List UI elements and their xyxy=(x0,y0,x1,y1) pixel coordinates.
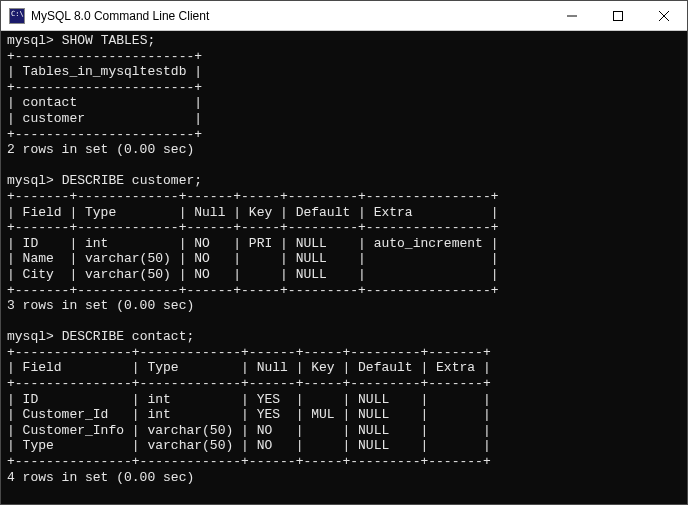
maximize-button[interactable] xyxy=(595,1,641,30)
table-border: +---------------+-------------+------+--… xyxy=(7,376,491,391)
status-line: 3 rows in set (0.00 sec) xyxy=(7,298,194,313)
table-row: | Customer_Info | varchar(50) | NO | | N… xyxy=(7,423,491,438)
table-header: | Tables_in_mysqltestdb | xyxy=(7,64,202,79)
prompt: mysql> xyxy=(7,173,54,188)
close-icon xyxy=(659,11,669,21)
close-button[interactable] xyxy=(641,1,687,30)
table-border: +-------+-------------+------+-----+----… xyxy=(7,189,498,204)
minimize-icon xyxy=(567,11,577,21)
window-controls xyxy=(549,1,687,30)
table-row: | contact | xyxy=(7,95,202,110)
maximize-icon xyxy=(613,11,623,21)
command-show-tables: SHOW TABLES; xyxy=(62,33,156,48)
app-window: MySQL 8.0 Command Line Client mysql> SHO… xyxy=(0,0,688,505)
terminal-output[interactable]: mysql> SHOW TABLES; +-------------------… xyxy=(1,31,687,504)
table-row: | ID | int | YES | | NULL | | xyxy=(7,392,491,407)
table-row: | Name | varchar(50) | NO | | NULL | | xyxy=(7,251,498,266)
prompt: mysql> xyxy=(7,329,54,344)
command-describe-customer: DESCRIBE customer; xyxy=(62,173,202,188)
table-row: | City | varchar(50) | NO | | NULL | | xyxy=(7,267,498,282)
table-border: +---------------+-------------+------+--… xyxy=(7,454,491,469)
window-title: MySQL 8.0 Command Line Client xyxy=(31,9,549,23)
status-line: 2 rows in set (0.00 sec) xyxy=(7,142,194,157)
command-describe-contact: DESCRIBE contact; xyxy=(62,329,195,344)
titlebar: MySQL 8.0 Command Line Client xyxy=(1,1,687,31)
table-row: | ID | int | NO | PRI | NULL | auto_incr… xyxy=(7,236,498,251)
app-icon xyxy=(9,8,25,24)
table-row: | customer | xyxy=(7,111,202,126)
table-border: +-----------------------+ xyxy=(7,49,202,64)
table-border: +-----------------------+ xyxy=(7,127,202,142)
status-line: 4 rows in set (0.00 sec) xyxy=(7,470,194,485)
table-row: | Customer_Id | int | YES | MUL | NULL |… xyxy=(7,407,491,422)
table-border: +-------+-------------+------+-----+----… xyxy=(7,220,498,235)
svg-rect-1 xyxy=(614,11,623,20)
table-border: +-------+-------------+------+-----+----… xyxy=(7,283,498,298)
table-header: | Field | Type | Null | Key | Default | … xyxy=(7,360,491,375)
table-row: | Type | varchar(50) | NO | | NULL | | xyxy=(7,438,491,453)
table-border: +-----------------------+ xyxy=(7,80,202,95)
prompt: mysql> xyxy=(7,33,54,48)
minimize-button[interactable] xyxy=(549,1,595,30)
table-border: +---------------+-------------+------+--… xyxy=(7,345,491,360)
table-header: | Field | Type | Null | Key | Default | … xyxy=(7,205,498,220)
